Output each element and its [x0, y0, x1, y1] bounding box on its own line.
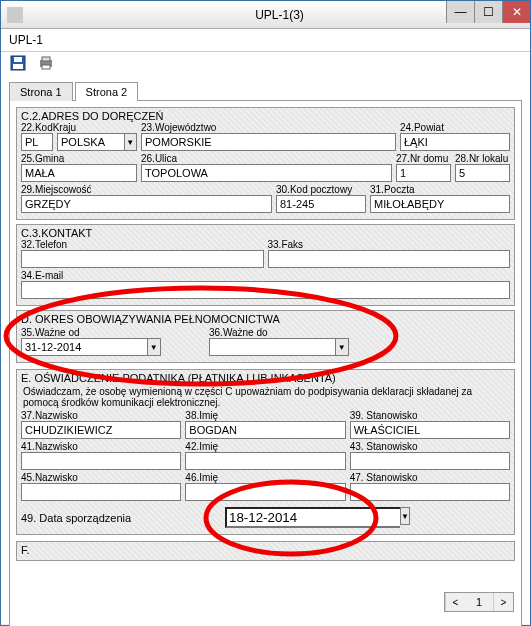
svg-rect-4 [42, 57, 50, 61]
pager-page: 1 [465, 593, 493, 611]
titlebar: UPL-1(3) — ☐ ✕ [1, 1, 530, 29]
section-c2: C.2.ADRES DO DORĘCZEŃ 22.KodKraju ▼ 23.W… [16, 107, 515, 220]
field-37-nazwisko[interactable] [21, 421, 181, 439]
print-icon[interactable] [37, 54, 55, 72]
section-f: F. [16, 541, 515, 561]
tabs: Strona 1 Strona 2 [9, 82, 522, 101]
tab-panel: C.2.ADRES DO DORĘCZEŃ 22.KodKraju ▼ 23.W… [9, 100, 522, 626]
field-35-wazneod[interactable] [21, 338, 147, 356]
field-26-ulica[interactable] [141, 164, 392, 182]
field-39-stanowisko[interactable] [350, 421, 510, 439]
field-28-nrlokalu[interactable] [455, 164, 510, 182]
field-41-nazwisko[interactable] [21, 452, 181, 470]
svg-rect-1 [13, 64, 23, 69]
field-22-kraj[interactable] [57, 133, 124, 151]
field-32-telefon[interactable] [21, 250, 264, 268]
field-27-nrdomu[interactable] [396, 164, 451, 182]
field-31-poczta[interactable] [370, 195, 510, 213]
field-49-data[interactable] [225, 507, 400, 528]
close-button[interactable]: ✕ [502, 1, 530, 23]
svg-rect-5 [42, 65, 50, 69]
field-25-gmina[interactable] [21, 164, 137, 182]
field-24-powiat[interactable] [400, 133, 510, 151]
field-36-waznedo[interactable] [209, 338, 335, 356]
field-23-wojewodztwo[interactable] [141, 133, 396, 151]
field-29-miejscowosc[interactable] [21, 195, 272, 213]
app-window: UPL-1(3) — ☐ ✕ UPL-1 Strona 1 Strona 2 C… [0, 0, 531, 626]
field-33-faks[interactable] [268, 250, 511, 268]
minimize-button[interactable]: — [446, 1, 474, 23]
section-e-desc: Oświadczam, że osobę wymienioną w części… [21, 386, 510, 410]
pager-prev[interactable]: < [445, 593, 465, 611]
toolbar [1, 52, 530, 78]
section-e: E. OŚWIADCZENIE PODATNIKA (PŁATNIKA LUB … [16, 369, 515, 535]
section-c3-title: C.3.KONTAKT [21, 227, 510, 239]
pager-next[interactable]: > [493, 593, 513, 611]
label-49: 49. Data sporządzenia [21, 512, 221, 524]
chevron-down-icon[interactable]: ▼ [124, 133, 137, 151]
field-45-nazwisko[interactable] [21, 483, 181, 501]
chevron-down-icon[interactable]: ▼ [400, 507, 410, 525]
app-icon [7, 7, 23, 23]
pager: < 1 > [444, 592, 514, 612]
svg-rect-2 [14, 57, 22, 62]
field-46-imie[interactable] [185, 483, 345, 501]
maximize-button[interactable]: ☐ [474, 1, 502, 23]
field-38-imie[interactable] [185, 421, 345, 439]
chevron-down-icon[interactable]: ▼ [147, 338, 161, 356]
field-22-kodkraju[interactable] [21, 133, 53, 151]
chevron-down-icon[interactable]: ▼ [335, 338, 349, 356]
field-30-kodpocztowy[interactable] [276, 195, 366, 213]
section-d-title: D. OKRES OBOWIĄZYWANIA PEŁNOMOCNICTWA [21, 313, 510, 325]
save-icon[interactable] [9, 54, 27, 72]
field-42-imie[interactable] [185, 452, 345, 470]
section-e-title: E. OŚWIADCZENIE PODATNIKA (PŁATNIKA LUB … [21, 372, 510, 384]
content-area: Strona 1 Strona 2 C.2.ADRES DO DORĘCZEŃ … [1, 78, 530, 624]
field-43-stanowisko[interactable] [350, 452, 510, 470]
tab-page1[interactable]: Strona 1 [9, 82, 73, 101]
field-47-stanowisko[interactable] [350, 483, 510, 501]
field-34-email[interactable] [21, 281, 510, 299]
section-c3: C.3.KONTAKT 32.Telefon 33.Faks 34.E-mail [16, 224, 515, 306]
tab-page2[interactable]: Strona 2 [75, 82, 139, 101]
section-f-title: F. [21, 544, 510, 556]
form-name-label: UPL-1 [1, 29, 530, 52]
section-c2-title: C.2.ADRES DO DORĘCZEŃ [21, 110, 510, 122]
section-d: D. OKRES OBOWIĄZYWANIA PEŁNOMOCNICTWA 35… [16, 310, 515, 363]
